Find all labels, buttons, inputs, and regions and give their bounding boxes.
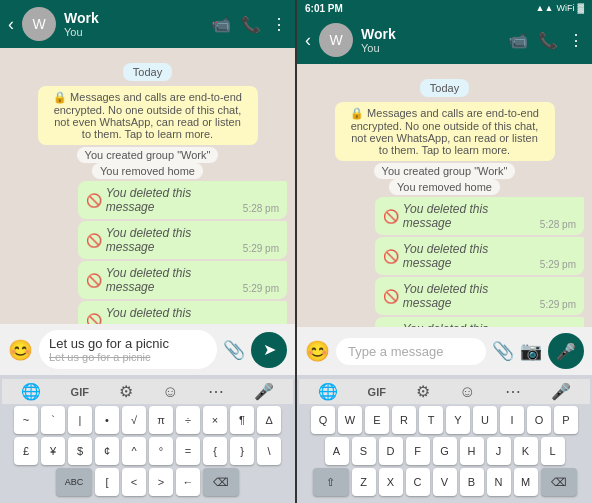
left-kb-mic-icon[interactable]: 🎤: [254, 382, 274, 401]
left-kb-row-1: ~ ` | • √ π ÷ × ¶ ∆: [2, 406, 293, 434]
right-key-c[interactable]: C: [406, 468, 430, 496]
right-key-z[interactable]: Z: [352, 468, 376, 496]
right-kb-globe-icon[interactable]: 🌐: [318, 382, 338, 401]
right-key-i[interactable]: I: [500, 406, 524, 434]
left-time-1: 5:28 pm: [243, 203, 279, 214]
right-kb-mic-icon[interactable]: 🎤: [551, 382, 571, 401]
left-kb-emoji-icon[interactable]: ☺: [162, 383, 178, 401]
left-key-dollar[interactable]: $: [68, 437, 92, 465]
left-key-backtick[interactable]: `: [41, 406, 65, 434]
right-key-m[interactable]: M: [514, 468, 538, 496]
right-key-s[interactable]: S: [352, 437, 376, 465]
left-key-sqrt[interactable]: √: [122, 406, 146, 434]
left-keyboard-toolbar: 🌐 GIF ⚙ ☺ ⋯ 🎤: [2, 379, 293, 404]
right-emoji-button[interactable]: 😊: [305, 339, 330, 363]
right-status-icons: ▲▲ WiFi ▓: [536, 3, 584, 13]
right-kb-settings-icon[interactable]: ⚙: [416, 382, 430, 401]
right-key-b[interactable]: B: [460, 468, 484, 496]
right-key-l[interactable]: L: [541, 437, 565, 465]
left-key-lt[interactable]: <: [122, 468, 146, 496]
right-key-w[interactable]: W: [338, 406, 362, 434]
left-key-para[interactable]: ¶: [230, 406, 254, 434]
left-key-pound[interactable]: £: [14, 437, 38, 465]
left-key-equals[interactable]: =: [176, 437, 200, 465]
left-kb-settings-icon[interactable]: ⚙: [119, 382, 133, 401]
right-chat-area: Today 🔒 Messages and calls are end-to-en…: [297, 64, 592, 327]
left-kb-row-2: £ ¥ $ ¢ ^ ° = { } \: [2, 437, 293, 465]
right-key-e[interactable]: E: [365, 406, 389, 434]
right-video-icon[interactable]: 📹: [508, 31, 528, 50]
right-kb-sticker-icon[interactable]: ⋯: [505, 382, 521, 401]
left-date-label: Today: [8, 62, 287, 80]
right-key-f[interactable]: F: [406, 437, 430, 465]
left-key-gt[interactable]: >: [149, 468, 173, 496]
left-top-icons: 📹 📞 ⋮: [211, 15, 287, 34]
right-key-u[interactable]: U: [473, 406, 497, 434]
right-key-v[interactable]: V: [433, 468, 457, 496]
right-key-q[interactable]: Q: [311, 406, 335, 434]
right-deleted-text-4: You deleted this message: [403, 322, 530, 327]
right-back-button[interactable]: ‹: [305, 30, 311, 51]
left-key-backspace[interactable]: ⌫: [203, 468, 239, 496]
right-attach-button[interactable]: 📎: [492, 340, 514, 362]
left-send-button[interactable]: ➤: [251, 332, 287, 368]
right-encryption-notice[interactable]: 🔒 Messages and calls are end-to-end encr…: [335, 102, 555, 161]
left-key-caret[interactable]: ^: [122, 437, 146, 465]
left-key-sym[interactable]: ABC: [56, 468, 92, 496]
right-key-r[interactable]: R: [392, 406, 416, 434]
right-mic-button[interactable]: 🎤: [548, 333, 584, 369]
left-kb-globe-icon[interactable]: 🌐: [21, 382, 41, 401]
right-contact-status: You: [361, 42, 500, 54]
right-key-p[interactable]: P: [554, 406, 578, 434]
left-key-cent[interactable]: ¢: [95, 437, 119, 465]
left-removed-home: You removed home: [8, 165, 287, 177]
right-key-y[interactable]: Y: [446, 406, 470, 434]
left-key-larrow[interactable]: ←: [176, 468, 200, 496]
right-key-t[interactable]: T: [419, 406, 443, 434]
left-key-yen[interactable]: ¥: [41, 437, 65, 465]
left-call-icon[interactable]: 📞: [241, 15, 261, 34]
right-created-group: You created group "Work": [305, 165, 584, 177]
left-encryption-notice[interactable]: 🔒 Messages and calls are end-to-end encr…: [38, 86, 258, 145]
left-more-icon[interactable]: ⋮: [271, 15, 287, 34]
right-top-bar: ‹ W Work You 📹 📞 ⋮: [297, 16, 592, 64]
right-call-icon[interactable]: 📞: [538, 31, 558, 50]
right-more-icon[interactable]: ⋮: [568, 31, 584, 50]
left-emoji-button[interactable]: 😊: [8, 338, 33, 362]
right-key-g[interactable]: G: [433, 437, 457, 465]
left-input-box[interactable]: Let us go for a picnic Let us go for a p…: [39, 330, 217, 369]
right-key-x[interactable]: X: [379, 468, 403, 496]
left-created-group: You created group "Work": [8, 149, 287, 161]
left-key-pi[interactable]: π: [149, 406, 173, 434]
right-kb-emoji-icon[interactable]: ☺: [459, 383, 475, 401]
right-key-d[interactable]: D: [379, 437, 403, 465]
left-key-degree[interactable]: °: [149, 437, 173, 465]
left-key-lbrace[interactable]: {: [203, 437, 227, 465]
right-key-a[interactable]: A: [325, 437, 349, 465]
left-key-times[interactable]: ×: [203, 406, 227, 434]
left-attach-button[interactable]: 📎: [223, 339, 245, 361]
right-key-backspace[interactable]: ⌫: [541, 468, 577, 496]
left-kb-gif-icon[interactable]: GIF: [71, 386, 89, 398]
left-key-tilde[interactable]: ~: [14, 406, 38, 434]
left-video-icon[interactable]: 📹: [211, 15, 231, 34]
left-blocked-icon-1: 🚫: [86, 193, 102, 208]
right-key-k[interactable]: K: [514, 437, 538, 465]
left-key-rbrace[interactable]: }: [230, 437, 254, 465]
right-camera-button[interactable]: 📷: [520, 340, 542, 362]
left-kb-sticker-icon[interactable]: ⋯: [208, 382, 224, 401]
left-key-pipe[interactable]: |: [68, 406, 92, 434]
right-key-h[interactable]: H: [460, 437, 484, 465]
right-kb-gif-icon[interactable]: GIF: [368, 386, 386, 398]
left-key-delta[interactable]: ∆: [257, 406, 281, 434]
right-key-n[interactable]: N: [487, 468, 511, 496]
left-key-divide[interactable]: ÷: [176, 406, 200, 434]
right-key-o[interactable]: O: [527, 406, 551, 434]
right-key-j[interactable]: J: [487, 437, 511, 465]
right-input-box[interactable]: Type a message: [336, 338, 486, 365]
left-key-lbracket[interactable]: [: [95, 468, 119, 496]
left-key-bullet[interactable]: •: [95, 406, 119, 434]
right-key-shift[interactable]: ⇧: [313, 468, 349, 496]
left-key-backslash[interactable]: \: [257, 437, 281, 465]
left-back-button[interactable]: ‹: [8, 14, 14, 35]
